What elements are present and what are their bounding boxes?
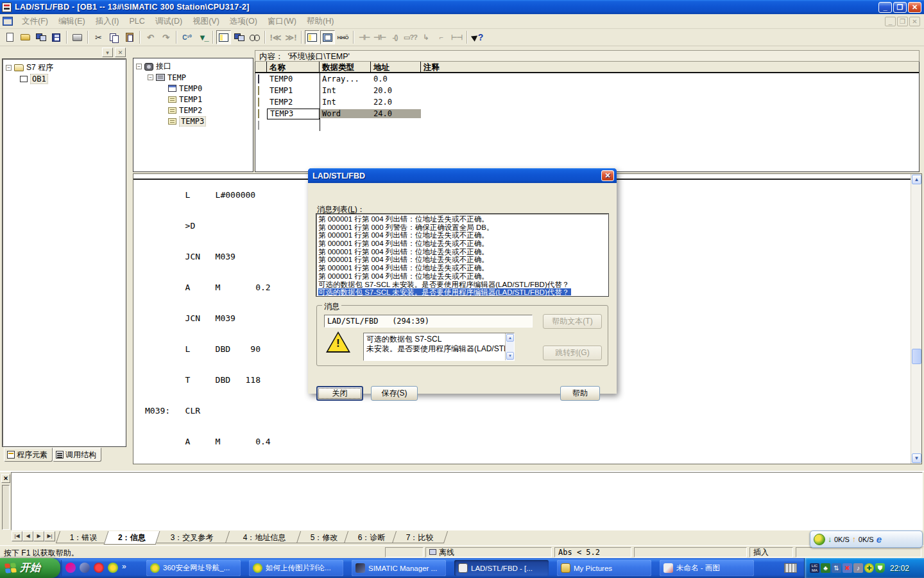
tab-modify[interactable]: 5：修改 [296,531,352,543]
360-orb-icon[interactable] [814,534,825,545]
360-tray-icon[interactable]: ✚ [864,563,874,573]
help-text-button[interactable]: 帮助文本(T) [543,314,602,329]
col-comment[interactable]: 注释 [421,62,919,72]
license-manager-icon[interactable]: LICMA [810,563,819,573]
message-row[interactable]: 第 000001 行第 004 列出错：位地址丢失或不正确。 [318,264,606,272]
message-listbox[interactable]: 第 000001 行第 004 列出错：位地址丢失或不正确。 第 000001 … [316,214,608,296]
quicklaunch-chevron-icon[interactable]: » [122,562,126,571]
scroll-down-icon[interactable]: ▼ [506,352,514,360]
task-simatic-manager[interactable]: SIMATIC Manager ... [352,560,446,576]
goto-next-error-icon[interactable]: ≫! [284,30,298,44]
start-button[interactable]: 开始 [0,558,60,578]
network-disconnected-icon[interactable]: ✖ [843,563,852,573]
message-row[interactable]: 第 000001 行第 004 列出错：位地址丢失或不正确。 [318,272,606,281]
tray-green-icon[interactable]: ♣ [821,563,830,573]
tree-item-temp[interactable]: − TEMP [133,72,253,83]
output-close-icon[interactable]: ✕ [1,474,10,483]
tab-scroll-first-icon[interactable]: |◀ [12,531,22,541]
close-button[interactable]: ✕ [908,2,921,13]
download-icon[interactable]: ▼̲ [195,30,210,44]
table-row[interactable]: TEMP1 Int 20.0 [255,85,919,96]
tab-cross-reference[interactable]: 3：交叉参考 [151,531,233,543]
open-icon[interactable] [18,30,33,44]
close-dialog-button[interactable]: 关闭 [316,386,363,401]
menu-view[interactable]: 视图(V) [187,14,225,29]
cell-name[interactable]: TEMP1 [267,86,320,95]
message-row[interactable]: 第 000001 行第 004 列出错：位地址丢失或不正确。 [318,240,606,248]
tab-diagnostics[interactable]: 6：诊断 [344,531,400,543]
task-my-pictures[interactable]: My Pictures [557,560,651,576]
table-row-selected[interactable]: TEMP3 Word 24.0 [255,108,919,119]
paste-icon[interactable] [122,30,137,44]
language-bar-keyboard-icon[interactable] [784,563,797,573]
child-window-icon[interactable] [3,17,13,26]
undo-icon[interactable]: ↶ [143,30,158,44]
open-branch-icon[interactable]: ↳ [418,30,433,44]
net-speed-widget[interactable]: ↓ 0K/S ↑ 0K/S e [810,530,923,548]
cell-addr[interactable]: 24.0 [371,109,421,118]
col-name[interactable]: 名称 [267,62,320,72]
menu-debug[interactable]: 调试(D) [150,14,187,29]
goto-button[interactable]: 跳转到(G) [543,346,602,360]
connector-icon[interactable]: ⊢⊣ [449,30,464,44]
code-line[interactable]: M039: CLR [145,406,291,416]
mdi-close-button[interactable]: ✕ [909,17,920,26]
tab-scroll-prev-icon[interactable]: ◀ [22,531,33,541]
cell-addr[interactable]: 22.0 [371,98,421,107]
table-row[interactable]: TEMP2 Int 22.0 [255,96,919,108]
tab-address-info[interactable]: 4：地址信息 [225,531,304,543]
tab-scroll-next-icon[interactable]: ▶ [33,531,44,541]
code-line[interactable]: >D [145,221,291,231]
close-branch-icon[interactable]: ⌐ [434,30,449,44]
message-row[interactable]: 可选的数据包 S7-SCL 未安装。是否要使用程序编辑器(LAD/STL/FBD… [318,281,606,289]
cell-type[interactable]: Word [320,109,371,118]
cell-type[interactable]: Array... [320,74,371,83]
tree-item-temp1[interactable]: TEMP1 [133,94,253,105]
menu-options[interactable]: 选项(O) [225,14,262,29]
help-button[interactable]: 帮助 [560,386,600,401]
context-help-icon[interactable]: ? [470,30,485,44]
tab-info[interactable]: 2：信息 [103,531,160,545]
network-activity-icon[interactable]: ⇅ [832,563,841,573]
quicklaunch-paint-icon[interactable] [65,563,76,573]
scroll-up-icon[interactable]: ▲ [506,334,514,342]
task-360-nav[interactable]: 360安全网址导航_... [146,560,241,576]
menu-help[interactable]: 帮助(H) [302,14,339,29]
menu-plc[interactable]: PLC [124,15,150,28]
dialog-close-icon[interactable]: ✕ [601,170,614,181]
view-detail-icon[interactable] [320,30,335,44]
mdi-minimize-button[interactable]: _ [885,17,896,26]
new-network-icon[interactable]: H̶H̶Ö [336,30,350,44]
tab-compare[interactable]: 7：比较 [392,531,448,543]
task-360-upload[interactable]: 如何上传图片到论... [249,560,343,576]
code-vertical-scrollbar[interactable]: ▲ ▼ [911,174,921,464]
tree-item-temp3[interactable]: TEMP3 [133,116,253,127]
goto-prev-error-icon[interactable]: !≪ [268,30,283,44]
new-icon[interactable] [3,30,17,44]
table-row[interactable]: TEMP0 Array... 0.0 [255,73,919,85]
save-icon[interactable] [49,30,64,44]
quicklaunch-opera-icon[interactable] [94,563,104,573]
contact-nc-icon[interactable]: ⊣/⊢ [372,30,387,44]
message-source-field[interactable]: LAD/STL/FBD (294:39) [324,315,533,328]
copy-icon[interactable] [107,30,121,44]
security-shield-icon[interactable]: ⛊ [875,563,885,573]
message-row[interactable]: 第 000001 行第 004 列出错：位地址丢失或不正确。 [318,231,606,240]
tree-item-temp0[interactable]: TEMP0 [133,83,253,94]
print-icon[interactable] [70,30,85,44]
minimize-button[interactable]: _ [878,2,892,13]
scroll-up-icon[interactable]: ▲ [912,175,921,184]
save-online-icon[interactable] [33,30,48,44]
tray-clock[interactable]: 22:02 [890,564,909,573]
menu-file[interactable]: 文件(F) [17,14,53,29]
panel-close-icon[interactable]: ✕ [115,48,126,57]
col-address[interactable]: 地址 [371,62,421,72]
volume-icon[interactable]: ♪ [853,563,863,573]
code-line[interactable]: A M 0.2 [145,283,291,293]
message-row[interactable]: 第 000001 行第 004 列出错：位地址丢失或不正确。 [318,248,606,256]
mdi-restore-button[interactable]: ❐ [897,17,908,26]
cell-addr[interactable]: 0.0 [371,74,421,83]
cut-icon[interactable]: ✂ [91,30,106,44]
code-line[interactable]: A M 0.4 [145,437,291,447]
tree-item-ob1[interactable]: OB1 [3,73,125,84]
